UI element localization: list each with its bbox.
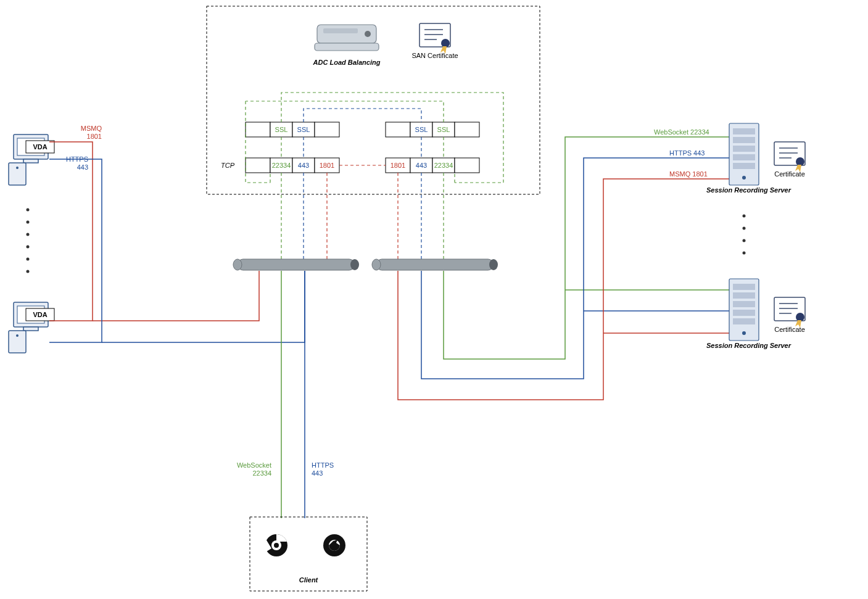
- svg-point-46: [16, 167, 19, 169]
- port-b-1801: 1801: [391, 162, 405, 169]
- router-icon: [315, 25, 379, 51]
- pipe-right: [372, 259, 498, 270]
- svg-rect-13: [386, 122, 410, 137]
- svg-rect-81: [733, 301, 755, 307]
- san-cert-label: SAN Certificate: [411, 52, 458, 59]
- svg-point-89: [796, 313, 804, 321]
- svg-point-54: [27, 233, 30, 236]
- svg-rect-44: [23, 159, 38, 163]
- svg-rect-17: [246, 158, 270, 173]
- ssl-b1: SSL: [415, 126, 428, 133]
- svg-rect-3: [315, 43, 379, 51]
- client-https: HTTPS: [312, 461, 334, 469]
- conn-vda-blue-vert: [49, 159, 102, 342]
- svg-rect-71: [733, 163, 755, 169]
- client-ws-port: 22334: [252, 469, 271, 477]
- client-ws: WebSocket: [237, 461, 271, 469]
- cert1-icon: [774, 142, 805, 172]
- tcp-group-right: 1801 443 22334: [386, 158, 479, 173]
- svg-rect-45: [9, 163, 26, 185]
- svg-point-63: [274, 543, 279, 548]
- ellipsis-left: [27, 209, 30, 273]
- port-b-443: 443: [416, 162, 427, 169]
- svg-point-91: [743, 227, 746, 230]
- svg-rect-24: [455, 158, 479, 173]
- svg-rect-1: [323, 28, 358, 33]
- svg-rect-68: [733, 137, 755, 143]
- right-https: HTTPS 443: [669, 149, 705, 157]
- vda-bottom-label: VDA: [33, 311, 47, 318]
- svg-rect-16: [455, 122, 479, 137]
- ellipsis-right: [743, 215, 746, 255]
- port-a-22334: 22334: [272, 162, 291, 169]
- svg-point-40: [372, 259, 381, 270]
- ssl-a2: SSL: [297, 126, 310, 133]
- svg-point-52: [27, 209, 30, 212]
- svg-rect-50: [9, 331, 26, 353]
- cert1-label: Certificate: [774, 170, 805, 178]
- chrome-icon: [264, 534, 287, 556]
- client-label: Client: [299, 576, 319, 584]
- svg-rect-70: [733, 154, 755, 160]
- svg-point-93: [743, 252, 746, 255]
- svg-point-51: [16, 334, 19, 337]
- svg-point-92: [743, 239, 746, 242]
- svg-rect-36: [238, 259, 355, 270]
- san-cert-icon: [420, 23, 450, 54]
- srs1-label: Session Recording Server: [706, 186, 792, 194]
- svg-point-8: [441, 39, 450, 48]
- tcp-group-left: 22334 443 1801: [246, 158, 339, 173]
- svg-point-37: [233, 259, 242, 270]
- svg-rect-69: [733, 146, 755, 152]
- right-ws: WebSocket 22334: [654, 128, 709, 136]
- svg-point-72: [742, 176, 746, 180]
- ssl-b2: SSL: [437, 126, 450, 133]
- svg-rect-39: [376, 259, 494, 270]
- svg-rect-82: [733, 310, 755, 316]
- right-msmq: MSMQ 1801: [669, 170, 708, 178]
- tcp-label: TCP: [221, 162, 235, 169]
- svg-point-90: [743, 215, 746, 218]
- svg-rect-79: [733, 284, 755, 290]
- conn-vda-red-to-pipe: [93, 271, 259, 321]
- pipe-left: [233, 259, 359, 270]
- svg-point-56: [27, 258, 30, 261]
- svg-rect-49: [23, 327, 38, 331]
- svg-point-41: [489, 259, 498, 270]
- svg-rect-12: [315, 122, 339, 137]
- conn-msmq-srv1: [398, 179, 729, 400]
- ssl-group-left: SSL SSL: [246, 122, 339, 137]
- svg-point-57: [27, 270, 30, 273]
- ssl-a1: SSL: [275, 126, 288, 133]
- svg-point-84: [742, 331, 746, 335]
- server-top: [729, 123, 759, 185]
- cert2-label: Certificate: [774, 326, 805, 333]
- client-https-port: 443: [312, 469, 323, 477]
- svg-point-38: [350, 259, 359, 270]
- srs2-label: Session Recording Server: [706, 342, 792, 349]
- server-bottom: [729, 279, 759, 341]
- label-msmq-port: 1801: [87, 133, 102, 140]
- svg-point-53: [27, 221, 30, 224]
- svg-rect-9: [246, 122, 270, 137]
- adc-title: ADC Load Balancing: [313, 59, 381, 66]
- vda-top-label: VDA: [33, 143, 47, 151]
- port-b-22334: 22334: [434, 162, 453, 169]
- port-a-1801: 1801: [320, 162, 334, 169]
- svg-rect-67: [733, 128, 755, 134]
- svg-point-77: [796, 157, 804, 166]
- label-https-port: 443: [77, 163, 88, 171]
- svg-point-55: [27, 246, 30, 249]
- svg-rect-80: [733, 292, 755, 299]
- svg-rect-83: [733, 318, 755, 324]
- port-a-443: 443: [298, 162, 309, 169]
- firefox-icon: [323, 534, 345, 556]
- cert2-icon: [774, 297, 805, 328]
- label-msmq: MSMQ: [81, 125, 102, 132]
- ssl-group-right: SSL SSL: [386, 122, 479, 137]
- svg-point-2: [365, 31, 371, 37]
- conn-vda-blue-to-pipe: [102, 271, 305, 342]
